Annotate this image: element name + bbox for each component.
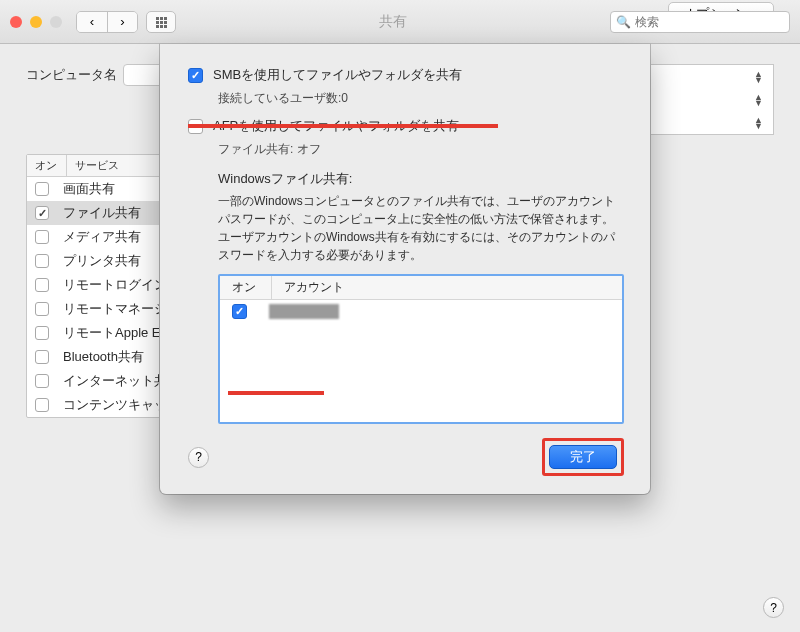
search-icon: 🔍 [616, 15, 631, 29]
corner-help: ? [763, 597, 784, 618]
window-zoom-button[interactable] [50, 16, 62, 28]
col-account: アカウント [272, 276, 356, 299]
checkbox[interactable] [35, 278, 49, 292]
options-sheet: SMBを使用してファイルやフォルダを共有 接続しているユーザ数:0 AFPを使用… [160, 44, 650, 494]
done-highlight: 完了 [542, 438, 624, 476]
done-button[interactable]: 完了 [549, 445, 617, 469]
col-on: オン [220, 276, 272, 299]
afp-status: ファイル共有: オフ [218, 141, 624, 158]
stepper-icon[interactable]: ▲▼ [754, 117, 763, 129]
window-minimize-button[interactable] [30, 16, 42, 28]
search-input[interactable] [610, 11, 790, 33]
checkbox[interactable] [35, 254, 49, 268]
accounts-table: オン アカウント [218, 274, 624, 424]
stepper-icon[interactable]: ▲▼ [754, 94, 763, 106]
col-on: オン [27, 155, 67, 176]
checkbox[interactable] [35, 350, 49, 364]
grid-icon [156, 17, 166, 27]
smb-connected-users: 接続しているユーザ数:0 [218, 90, 624, 107]
annotation-underline [228, 391, 324, 395]
annotation-underline [188, 124, 498, 128]
help-button[interactable]: ? [763, 597, 784, 618]
sheet-help-button[interactable]: ? [188, 447, 209, 468]
checkbox[interactable] [35, 206, 49, 220]
account-checkbox[interactable] [232, 304, 247, 319]
forward-button[interactable]: › [107, 12, 137, 32]
windows-sharing-body: 一部のWindowsコンピュータとのファイル共有では、ユーザのアカウントパスワー… [218, 192, 624, 264]
window-close-button[interactable] [10, 16, 22, 28]
checkbox[interactable] [35, 374, 49, 388]
checkbox[interactable] [35, 302, 49, 316]
checkbox[interactable] [35, 398, 49, 412]
checkbox[interactable] [35, 182, 49, 196]
checkbox[interactable] [35, 326, 49, 340]
back-button[interactable]: ‹ [77, 12, 107, 32]
smb-label: SMBを使用してファイルやフォルダを共有 [213, 66, 462, 84]
account-row[interactable] [220, 300, 622, 323]
nav-back-forward: ‹ › [76, 11, 138, 33]
search-wrap: 🔍 [610, 11, 790, 33]
computer-name-label: コンピュータ名 [26, 66, 117, 84]
account-name-redacted [269, 304, 339, 319]
col-service: サービス [67, 155, 127, 176]
windows-sharing-title: Windowsファイル共有: [218, 170, 624, 188]
checkbox[interactable] [35, 230, 49, 244]
smb-checkbox[interactable] [188, 68, 203, 83]
show-all-prefs-button[interactable] [146, 11, 176, 33]
stepper-icon[interactable]: ▲▼ [754, 71, 763, 83]
traffic-lights [10, 16, 62, 28]
